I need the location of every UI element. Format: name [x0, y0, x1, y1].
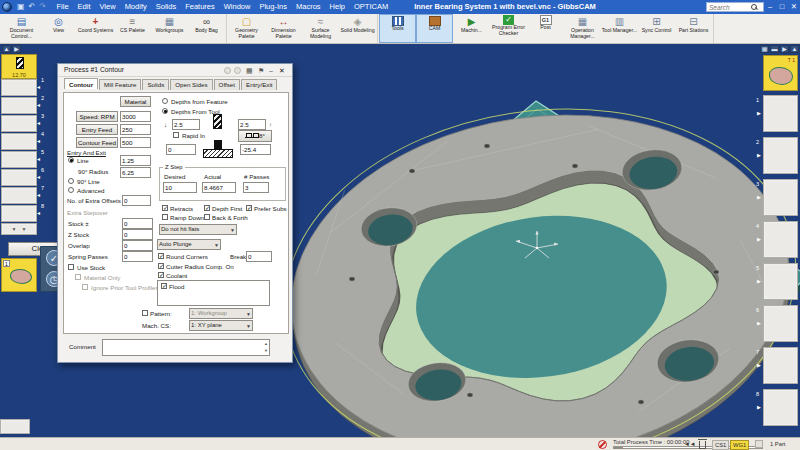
depth-in-field[interactable]: [172, 119, 200, 130]
tab-contour[interactable]: Contour: [64, 78, 98, 89]
prefer-subs-checkbox[interactable]: [246, 205, 252, 211]
ramp-down-checkbox[interactable]: [162, 214, 168, 220]
rapid-in-checkbox[interactable]: [173, 132, 179, 138]
op-slot-5[interactable]: [763, 263, 798, 300]
save-icon[interactable]: ▣: [15, 0, 27, 14]
expand-icon[interactable]: ▶: [12, 45, 21, 53]
toolbar-part-stations[interactable]: ⊟Part Stations: [675, 14, 712, 43]
ops-grid-icon[interactable]: ▦: [760, 45, 769, 53]
toolbar-program-error-checker[interactable]: ✓Program Error Checker: [490, 14, 527, 43]
toolbar-sync-control[interactable]: ⊞Sync Control: [638, 14, 675, 43]
line-field[interactable]: [120, 155, 151, 166]
menu-file[interactable]: File: [52, 0, 73, 14]
depths-feature-radio[interactable]: [162, 98, 168, 104]
menu-opticam[interactable]: OPTICAM: [350, 0, 393, 14]
z-top-field[interactable]: [166, 144, 196, 155]
advanced-radio[interactable]: [68, 187, 74, 193]
tool-slot-3[interactable]: [1, 115, 37, 132]
line90-radio[interactable]: [68, 178, 74, 184]
bottom-left-tile[interactable]: [0, 419, 30, 434]
material-only-checkbox[interactable]: [75, 274, 81, 280]
ignore-prior-checkbox[interactable]: [82, 284, 88, 290]
toolbar-dimension-palette[interactable]: ↔Dimension Palette: [265, 14, 302, 43]
flood-checkbox[interactable]: [161, 283, 167, 289]
op-slot-3[interactable]: [763, 179, 798, 216]
overlap-field[interactable]: [122, 240, 153, 251]
break-field[interactable]: [246, 251, 272, 262]
toolbar-geometry-palette[interactable]: ▢Geometry Palette: [228, 14, 265, 43]
menu-plug-ins[interactable]: Plug-Ins: [255, 0, 292, 14]
toolbar-solid-modeling[interactable]: ◈Solid Modeling: [339, 14, 376, 43]
toolbar-workgroups[interactable]: ▦Workgroups: [151, 14, 188, 43]
back-forth-checkbox[interactable]: [204, 214, 210, 220]
undo-icon[interactable]: ↶: [27, 0, 38, 14]
menu-features[interactable]: Features: [181, 0, 220, 14]
depths-tool-radio[interactable]: [162, 108, 168, 114]
tab-entry-exit[interactable]: Entry/Exit: [241, 79, 277, 90]
dialog-close-icon[interactable]: ✕: [279, 66, 285, 75]
tool-slot-4[interactable]: [1, 133, 37, 150]
retracts-checkbox[interactable]: [162, 205, 168, 211]
entry-feed-field[interactable]: [120, 124, 151, 135]
z-bottom-field[interactable]: [240, 144, 271, 155]
toolbar-machin[interactable]: ▶Machin...: [453, 14, 490, 43]
close-button[interactable]: ✕: [788, 0, 800, 14]
dialog-next-icon[interactable]: [234, 67, 241, 74]
contour-feed-button[interactable]: Contour Feed: [76, 137, 118, 148]
desired-field[interactable]: [163, 182, 197, 193]
process-tile-1[interactable]: 1: [1, 258, 37, 292]
toolbar-tools[interactable]: Tools: [379, 14, 416, 43]
menu-window[interactable]: Window: [219, 0, 255, 14]
spin-down-icon[interactable]: ▼: [264, 349, 268, 353]
material-button[interactable]: Material: [120, 96, 151, 107]
round-corners-checkbox[interactable]: [158, 253, 164, 259]
passes-field[interactable]: [243, 182, 269, 193]
speed-rpm-field[interactable]: [120, 111, 151, 122]
op-slot-8[interactable]: [763, 389, 798, 426]
cs-indicator[interactable]: CS1: [712, 440, 729, 450]
entry-feed-button[interactable]: Entry Feed: [76, 124, 118, 135]
toolbar-document-control[interactable]: ▤Document Control...: [3, 14, 40, 43]
scroll-up-icon[interactable]: ▲: [2, 45, 11, 53]
menu-modify[interactable]: Modify: [120, 0, 151, 14]
coolant-checkbox[interactable]: [158, 272, 164, 278]
pattern-checkbox[interactable]: [142, 310, 148, 316]
dialog-pin-icon[interactable]: ⚑: [258, 66, 264, 75]
cutter-comp-checkbox[interactable]: [158, 263, 164, 269]
dialog-prev-icon[interactable]: [224, 67, 231, 74]
tab-mill-feature[interactable]: Mill Feature: [99, 79, 141, 90]
ops-collapse-icon[interactable]: ▬: [770, 45, 779, 53]
dialog-windows-icon[interactable]: ▦: [246, 66, 253, 75]
op-slot-4[interactable]: [763, 221, 798, 258]
toolbar-cs-palette[interactable]: ≡CS Palette: [114, 14, 151, 43]
op-slot-6[interactable]: [763, 305, 798, 342]
op-slot-7[interactable]: [763, 347, 798, 384]
contour-feed-field[interactable]: [120, 137, 151, 148]
toolbar-post[interactable]: G1Post: [527, 14, 564, 43]
clamp-icon[interactable]: [755, 440, 763, 448]
toolbar-coord-systems[interactable]: +Coord Systems: [77, 14, 114, 43]
mach-cs-dropdown[interactable]: 1: XY plane▼: [189, 320, 253, 331]
toolbar-body-bag[interactable]: ∞Body Bag: [188, 14, 225, 43]
depth-first-checkbox[interactable]: [204, 205, 210, 211]
minimize-button[interactable]: –: [764, 0, 776, 14]
tab-offset[interactable]: Offset: [214, 79, 240, 90]
z-stock-field[interactable]: [122, 229, 153, 240]
menu-edit[interactable]: Edit: [73, 0, 95, 14]
tool-slot-7[interactable]: [1, 187, 37, 204]
ops-up-icon[interactable]: ▲: [790, 45, 799, 53]
maximize-button[interactable]: □: [776, 0, 788, 14]
line-radio[interactable]: [68, 157, 74, 163]
flats-dropdown[interactable]: Do not hit flats▼: [159, 224, 237, 235]
dialog-minimize-icon[interactable]: –: [269, 66, 273, 75]
menu-macros[interactable]: Macros: [291, 0, 325, 14]
tool-slot-6[interactable]: [1, 169, 37, 186]
actual-field[interactable]: [202, 182, 236, 193]
toolbar-view[interactable]: ◎View: [40, 14, 77, 43]
tool-tile-1[interactable]: 12.70: [1, 54, 37, 79]
radius-field[interactable]: [120, 167, 151, 178]
toolbar-operation-manager[interactable]: ▦Operation Manager...: [564, 14, 601, 43]
plunge-dropdown[interactable]: Auto Plunge▼: [157, 239, 221, 250]
toolbar-tool-manager[interactable]: ▥Tool Manager...: [601, 14, 638, 43]
menu-view[interactable]: View: [95, 0, 120, 14]
